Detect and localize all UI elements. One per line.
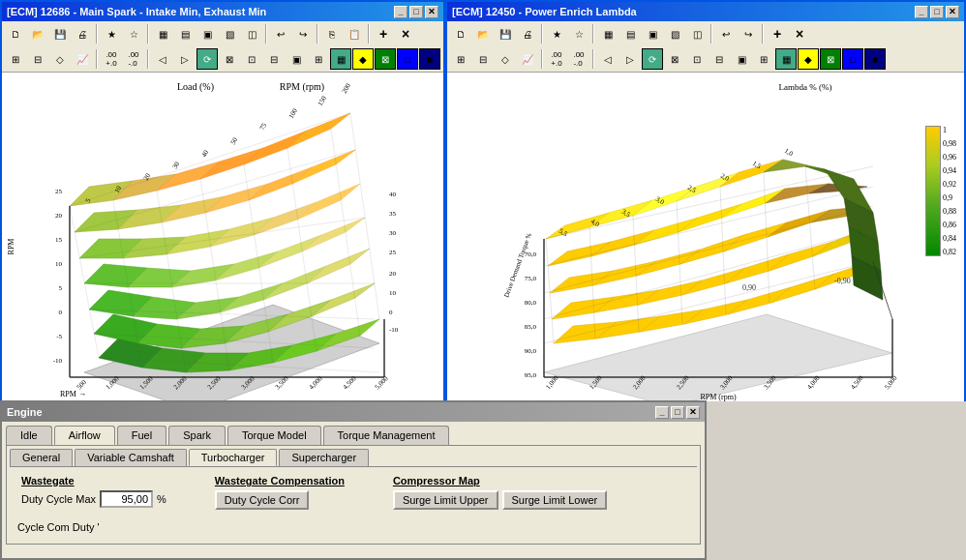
surge-limit-lower-button[interactable]: Surge Limit Lower: [502, 490, 608, 510]
lambda-table4-icon[interactable]: ▧: [664, 23, 685, 44]
lambda-redo-icon[interactable]: ↪: [738, 23, 759, 44]
lambda-rot11-icon[interactable]: ⊠: [820, 48, 841, 70]
lambda-open-icon[interactable]: 📂: [472, 23, 494, 44]
spark-window: [ECM] 12686 - Main Spark - Intake Min, E…: [0, 0, 445, 401]
engine-close-btn[interactable]: ✕: [686, 406, 700, 419]
engine-minimize-btn[interactable]: _: [655, 406, 669, 419]
spark-close-btn[interactable]: ✕: [425, 6, 438, 18]
lambda-rot13-icon[interactable]: ■: [864, 48, 886, 70]
tab-idle[interactable]: Idle: [6, 426, 52, 445]
lambda-num2-icon[interactable]: .00-.0: [568, 48, 589, 70]
rot2-icon[interactable]: ▷: [174, 48, 196, 70]
duty-cycle-corr-button[interactable]: Duty Cycle Corr: [215, 490, 310, 510]
lambda-rot3-icon[interactable]: ⟳: [642, 48, 663, 70]
times-icon[interactable]: ×: [395, 23, 416, 44]
engine-window: Engine _ □ ✕ Idle Airflow Fuel Spark Tor…: [0, 400, 707, 560]
line-icon[interactable]: 📈: [72, 48, 93, 70]
rot11-icon[interactable]: ⊠: [375, 48, 396, 70]
num1-icon[interactable]: .00+.0: [101, 48, 122, 70]
engine-maximize-btn[interactable]: □: [671, 406, 684, 419]
lambda-rot8-icon[interactable]: ⊞: [753, 48, 774, 70]
grid2-icon[interactable]: ⊟: [27, 48, 48, 70]
grid1-icon[interactable]: ⊞: [5, 48, 26, 70]
tab-torque-management[interactable]: Torque Management: [323, 426, 450, 445]
lambda-minimize-btn[interactable]: _: [915, 6, 928, 18]
sub-tab-turbocharger[interactable]: Turbocharger: [189, 449, 278, 466]
lambda-rot5-icon[interactable]: ⊡: [686, 48, 708, 70]
lambda-rot7-icon[interactable]: ▣: [731, 48, 752, 70]
lambda-rot10-icon[interactable]: ◆: [798, 48, 819, 70]
tab-airflow[interactable]: Airflow: [54, 426, 115, 445]
rot9-icon[interactable]: ▦: [330, 48, 351, 70]
new-icon[interactable]: 🗋: [5, 23, 26, 44]
lambda-num1-icon[interactable]: .00+.0: [546, 48, 567, 70]
star2-icon[interactable]: ☆: [123, 23, 144, 44]
engine-tab-content: General Variable Camshaft Turbocharger S…: [6, 445, 701, 545]
surge-limit-upper-button[interactable]: Surge Limit Upper: [393, 490, 498, 510]
rot4-icon[interactable]: ⊠: [219, 48, 240, 70]
legend-val-098: 0,98: [943, 139, 956, 148]
lambda-rot12-icon[interactable]: □: [842, 48, 863, 70]
rot8-icon[interactable]: ⊞: [308, 48, 329, 70]
lambda-times-icon[interactable]: ×: [789, 23, 810, 44]
grid3-icon[interactable]: ◇: [49, 48, 71, 70]
spark-minimize-btn[interactable]: _: [394, 6, 408, 18]
lambda-maximize-btn[interactable]: □: [930, 6, 944, 18]
lambda-table3-icon[interactable]: ▣: [642, 23, 663, 44]
redo-icon[interactable]: ↪: [292, 23, 314, 44]
lambda-close-btn[interactable]: ✕: [946, 6, 959, 18]
undo-icon[interactable]: ↩: [270, 23, 291, 44]
lambda-plus-icon[interactable]: +: [767, 23, 788, 44]
rot5-icon[interactable]: ⊡: [241, 48, 262, 70]
copy-icon[interactable]: ⎘: [321, 23, 343, 44]
lambda-diamond-icon[interactable]: ◇: [495, 48, 516, 70]
save-icon[interactable]: 💾: [49, 23, 71, 44]
num2-icon[interactable]: .00-.0: [123, 48, 144, 70]
tab-fuel[interactable]: Fuel: [117, 426, 166, 445]
tab-torque-model[interactable]: Torque Model: [227, 426, 321, 445]
spark-maximize-btn[interactable]: □: [409, 6, 423, 18]
rot7-icon[interactable]: ▣: [286, 48, 307, 70]
table1-icon[interactable]: ▦: [152, 23, 173, 44]
open-icon[interactable]: 📂: [27, 23, 48, 44]
lambda-table5-icon[interactable]: ◫: [686, 23, 708, 44]
lambda-rot1-icon[interactable]: ◁: [597, 48, 619, 70]
lambda-star-icon[interactable]: ★: [546, 23, 567, 44]
paste-icon[interactable]: 📋: [344, 23, 365, 44]
table5-icon[interactable]: ◫: [241, 23, 262, 44]
lambda-grid2-icon[interactable]: ⊟: [472, 48, 494, 70]
print-icon[interactable]: 🖨: [72, 23, 93, 44]
lambda-table1-icon[interactable]: ▦: [597, 23, 619, 44]
star-icon[interactable]: ★: [101, 23, 122, 44]
lambda-rot2-icon[interactable]: ▷: [619, 48, 641, 70]
lambda-line-icon[interactable]: 📈: [517, 48, 538, 70]
lambda-undo-icon[interactable]: ↩: [715, 23, 737, 44]
lambda-rot6-icon[interactable]: ⊟: [709, 48, 730, 70]
sub-tab-variable-camshaft[interactable]: Variable Camshaft: [75, 449, 187, 466]
rot12-icon[interactable]: □: [397, 48, 418, 70]
lambda-rot4-icon[interactable]: ⊠: [664, 48, 685, 70]
lambda-table2-icon[interactable]: ▤: [619, 23, 641, 44]
table3-icon[interactable]: ▣: [196, 23, 218, 44]
lambda-grid1-icon[interactable]: ⊞: [450, 48, 471, 70]
table2-icon[interactable]: ▤: [174, 23, 196, 44]
plus-icon[interactable]: +: [373, 23, 394, 44]
rot6-icon[interactable]: ⊟: [263, 48, 285, 70]
wastegate-title: Wastegate: [21, 475, 166, 486]
lambda-rot9-icon[interactable]: ▦: [775, 48, 797, 70]
lambda-print-icon[interactable]: 🖨: [517, 23, 538, 44]
table4-icon[interactable]: ▧: [219, 23, 240, 44]
legend-val-094: 0,94: [943, 166, 956, 175]
lambda-save-icon[interactable]: 💾: [495, 23, 516, 44]
sub-tab-supercharger[interactable]: Supercharger: [279, 449, 369, 466]
tab-spark[interactable]: Spark: [168, 426, 226, 445]
rot13-icon[interactable]: ■: [419, 48, 440, 70]
lambda-new-icon[interactable]: 🗋: [450, 23, 471, 44]
sub-tab-general[interactable]: General: [10, 449, 73, 466]
rot1-icon[interactable]: ◁: [152, 48, 173, 70]
lambda-star2-icon[interactable]: ☆: [568, 23, 589, 44]
duty-cycle-max-input[interactable]: [100, 490, 153, 508]
rot10-icon[interactable]: ◆: [352, 48, 374, 70]
svg-text:Lambda % (%): Lambda % (%): [779, 82, 832, 92]
rot3-icon[interactable]: ⟳: [196, 48, 218, 70]
